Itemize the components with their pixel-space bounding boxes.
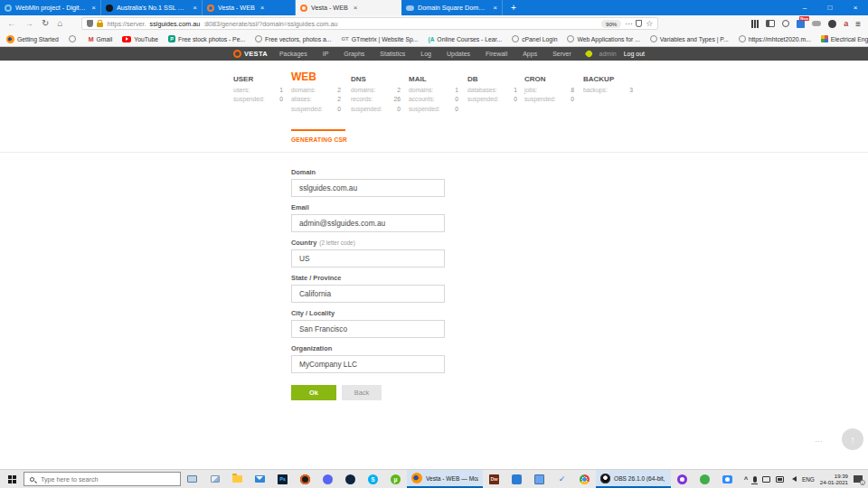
vesta-brand[interactable]: VESTA [233,50,268,58]
tray-cast-icon[interactable] [762,476,770,483]
tray-mic-icon[interactable] [753,476,757,483]
tray-clock[interactable]: 19:39 24-01-2021 [820,473,848,485]
taskbar-media-app-icon[interactable] [294,470,316,488]
taskbar-todo-icon[interactable]: ✓ [551,470,573,488]
tab-close-icon[interactable]: × [193,4,197,12]
page-actions-icon[interactable]: ⋯ [625,20,632,28]
equalizer-extension-icon[interactable] [751,20,759,28]
bookmark-gmail[interactable]: MGmail [89,36,113,42]
tab-close-icon[interactable]: × [91,4,96,12]
scroll-to-top-button[interactable]: ↑ [842,428,863,450]
refresh-icon[interactable]: ↻ [42,19,49,28]
bookmark-globe[interactable] [69,35,79,42]
taskbar-chrome-icon[interactable] [573,470,596,488]
browser-tab-webmin[interactable]: WebMin project - DigitalOcean × [0,0,101,15]
taskbar-photos-icon[interactable] [203,470,226,488]
ok-button[interactable]: Ok [291,385,336,400]
taskbar-skype-icon[interactable]: S [362,470,384,488]
back-button[interactable]: Back [342,385,382,400]
taskbar-mail-icon[interactable] [249,470,271,488]
maximize-button[interactable]: □ [817,0,843,15]
nav-item-packages[interactable]: Packages [279,51,307,57]
stat-title-web[interactable]: WEB [291,70,351,83]
blue-extension-icon[interactable]: New [797,20,805,28]
notification-bell-icon[interactable] [584,50,593,59]
minimize-button[interactable]: – [792,0,817,15]
stat-title-dns[interactable]: DNS [351,70,409,83]
home-icon[interactable]: ⌂ [57,19,62,28]
bookmark-electrical-eng[interactable]: Electrical Engineering ... [821,35,868,42]
cloud-extension-icon[interactable] [812,21,821,26]
bookmark-online-courses[interactable]: (AOnline Courses - Lear... [429,36,503,42]
dark-extension-icon[interactable] [828,20,836,28]
nav-item-statistics[interactable]: Statistics [380,51,405,57]
taskbar-green-app-icon[interactable] [693,470,716,488]
browser-tab-vesta-active[interactable]: Vesta - WEB × [296,0,401,15]
taskbar-purple-app-icon[interactable] [671,470,693,488]
taskbar-search[interactable] [24,472,181,486]
nav-item-updates[interactable]: Updates [447,51,470,57]
nav-item-firewall[interactable]: Firewall [486,51,507,57]
bookmark-gtmetrix[interactable]: GTGTmetrix | Website Sp... [341,36,418,42]
stat-title-backup[interactable]: BACKUP [583,70,643,83]
tab-close-icon[interactable]: × [260,4,265,12]
bookmark-web-apps[interactable]: Web Applications for ... [567,35,639,42]
tab-close-icon[interactable]: × [354,4,358,12]
nav-item-server[interactable]: Server [552,51,571,57]
back-icon[interactable]: ← [7,19,16,28]
taskbar-utorrent-icon[interactable]: µ [384,470,407,488]
tab-close-icon[interactable]: × [493,4,497,12]
nav-item-log[interactable]: Log [420,51,431,57]
browser-tab-domain-square[interactable]: Domain Square Domain Nam... × [401,0,503,15]
new-tab-button[interactable]: + [503,0,524,15]
taskbar-vscode-icon[interactable] [505,470,528,488]
stat-title-cron[interactable]: CRON [524,70,583,83]
nav-item-ip[interactable]: IP [323,51,329,57]
stat-title-user[interactable]: USER [233,70,291,83]
tray-network-icon[interactable] [776,476,784,483]
hamburger-menu-icon[interactable]: ≡ [855,19,861,29]
bookmark-mhtcet[interactable]: https://mhtcet2020.m... [739,35,811,42]
domain-field[interactable] [291,179,445,197]
tray-language-label[interactable]: ENG [802,476,815,483]
logout-link[interactable]: Log out [624,51,645,57]
organization-field[interactable] [291,355,445,373]
email-field[interactable] [291,214,445,232]
zoom-level-badge[interactable]: 90% [601,20,621,28]
bookmark-pexels[interactable]: PFree stock photos - Pe... [168,35,245,42]
bookmark-getting-started[interactable]: Getting Started [6,35,59,43]
action-center-icon[interactable]: 1 [854,475,863,483]
browser-tab-vesta-1[interactable]: Vesta - WEB × [203,0,296,15]
nav-item-apps[interactable]: Apps [523,51,537,57]
city-field[interactable] [291,320,445,338]
taskbar-window-app-icon[interactable] [528,470,551,488]
history-extension-icon[interactable] [782,20,789,27]
bookmark-youtube[interactable]: YouTube [122,36,158,42]
tracking-protection-shield-icon[interactable] [87,20,93,27]
country-field[interactable] [291,249,445,267]
nav-item-graphs[interactable]: Graphs [344,51,364,57]
forward-icon[interactable]: → [24,19,33,28]
close-button[interactable]: × [843,0,868,15]
taskbar-photoshop-icon[interactable]: Ps [271,470,294,488]
taskbar-discord-icon[interactable] [316,470,339,488]
bookmark-variables[interactable]: Variables and Types | P... [650,35,729,42]
address-bar[interactable]: https://server.sslguides.com.au:8083/gen… [81,17,658,30]
bookmark-free-vectors[interactable]: Free vectors, photos a... [255,35,331,42]
stat-title-mail[interactable]: MAIL [409,70,467,83]
user-admin-link[interactable]: admin [599,51,617,57]
stat-title-db[interactable]: DB [467,70,524,83]
bookmark-cpanel[interactable]: cPanel Login [512,35,557,42]
pocket-icon[interactable] [636,20,642,27]
tab-generating-csr[interactable]: GENERATING CSR [291,129,345,143]
taskbar-zoom-icon[interactable] [716,470,739,488]
tray-expand-icon[interactable]: ^ [744,476,748,483]
bookmark-star-icon[interactable]: ☆ [646,19,653,28]
state-field[interactable] [291,285,445,303]
sidebar-toggle-icon[interactable] [766,20,775,27]
taskbar-explorer-icon[interactable] [226,470,249,488]
browser-tab-ssl-cert[interactable]: Australia's No.1 SSL Certificate × [101,0,203,15]
a-extension-icon[interactable]: a [844,20,848,28]
search-input[interactable] [39,474,156,484]
taskbar-dreamweaver-icon[interactable]: Dw [483,470,505,488]
